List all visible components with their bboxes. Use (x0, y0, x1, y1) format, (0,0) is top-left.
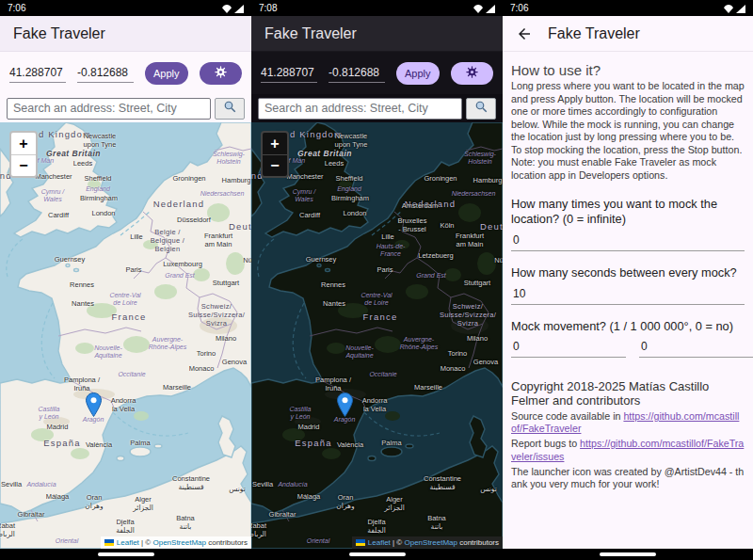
map-zoom-control: + − (9, 131, 38, 178)
search-icon (223, 100, 237, 117)
osm-link[interactable]: OpenStreetMap (152, 538, 205, 547)
navigation-bar (0, 549, 251, 560)
ukraine-flag-icon (356, 539, 365, 546)
status-time: 7:06 (8, 3, 25, 13)
signal-icon (736, 0, 745, 17)
wifi-icon (724, 0, 733, 17)
search-input[interactable] (258, 98, 462, 120)
ukraine-flag-icon (104, 539, 114, 546)
leaflet-link[interactable]: Leaflet (117, 538, 139, 547)
wifi-icon (222, 0, 232, 17)
home-pill[interactable] (349, 552, 406, 556)
app-title: Fake Traveler (548, 25, 640, 42)
gear-icon (465, 65, 479, 81)
location-marker-icon (86, 392, 102, 421)
copyright-text: Copyright 2018-2025 Matías Castillo Felm… (511, 379, 745, 408)
coordinates-toolbar: Apply (0, 52, 251, 94)
screenshot: 7:06 Fake Traveler Apply (0, 0, 753, 560)
home-pill[interactable] (98, 552, 154, 556)
mock-movement-row (511, 334, 745, 358)
search-icon (474, 100, 489, 117)
mock-movement-lng-input[interactable] (639, 334, 753, 358)
status-time: 7:08 (259, 3, 277, 13)
location-marker-icon (337, 392, 353, 421)
zoom-in-button[interactable]: + (263, 133, 287, 154)
screen-map-dark: 7:08 Fake Traveler Apply (251, 0, 503, 560)
status-bar: 7:06 (503, 0, 753, 16)
mock-interval-label: How many seconds between every mock? (511, 265, 745, 281)
apply-button[interactable]: Apply (145, 62, 188, 85)
map-attribution: Leaflet | © OpenStreetMap contributors (352, 536, 503, 549)
app-title: Fake Traveler (13, 25, 105, 42)
apply-button[interactable]: Apply (396, 62, 440, 85)
longitude-input[interactable] (328, 64, 385, 83)
latitude-input[interactable] (9, 64, 66, 83)
search-bar (251, 94, 503, 122)
coordinates-toolbar: Apply (251, 52, 503, 94)
mock-movement-lat-input[interactable] (511, 334, 626, 358)
app-bar: Fake Traveler (503, 16, 753, 52)
app-title: Fake Traveler (264, 25, 357, 42)
signal-icon (234, 0, 244, 17)
icon-credit-text: The launcher icon was created by @Artist… (511, 466, 745, 491)
longitude-input[interactable] (77, 64, 134, 83)
screen-about: 7:06 Fake Traveler How to use it? Long p… (503, 0, 753, 560)
navigation-bar (251, 549, 503, 560)
zoom-in-button[interactable]: + (11, 133, 36, 154)
map-dark[interactable]: + − United KingdomIrelandNederlandFrance… (251, 122, 503, 549)
wifi-icon (473, 0, 483, 17)
leaflet-link[interactable]: Leaflet (368, 538, 391, 547)
how-to-title: How to use it? (511, 62, 745, 78)
report-bugs-line: Report bugs to https://github.com/mcasti… (511, 438, 745, 463)
map-zoom-control: + − (261, 131, 289, 178)
osm-link[interactable]: OpenStreetMap (404, 538, 457, 547)
mock-times-label: How many times you want to mock the loca… (511, 197, 745, 228)
zoom-out-button[interactable]: − (263, 154, 287, 176)
app-bar: Fake Traveler (0, 16, 251, 52)
mock-times-input[interactable] (511, 228, 745, 251)
latitude-input[interactable] (261, 64, 317, 83)
screen-map-light: 7:06 Fake Traveler Apply (0, 0, 251, 560)
how-to-body: Long press where you want to be located … (511, 80, 745, 183)
status-bar: 7:08 (251, 0, 503, 16)
app-bar: Fake Traveler (251, 16, 503, 52)
status-bar: 7:06 (0, 0, 251, 16)
search-input[interactable] (7, 98, 211, 120)
search-button[interactable] (466, 98, 496, 120)
zoom-out-button[interactable]: − (11, 154, 36, 176)
back-button[interactable] (516, 25, 533, 42)
mock-movement-label: Mock movement? (1 / 1 000 000°, 0 = no) (511, 319, 745, 335)
source-code-line: Source code available in https://github.… (511, 410, 745, 436)
home-pill[interactable] (600, 552, 656, 556)
about-content: How to use it? Long press where you want… (503, 52, 753, 549)
map-light[interactable]: + − United KingdomIrelandNederlandFrance… (0, 122, 251, 549)
map-attribution: Leaflet | © OpenStreetMap contributors (101, 536, 251, 549)
signal-icon (486, 0, 495, 17)
search-bar (0, 94, 251, 122)
search-button[interactable] (215, 98, 245, 120)
settings-button[interactable] (200, 62, 243, 85)
navigation-bar (503, 549, 753, 560)
settings-button[interactable] (451, 62, 494, 85)
gear-icon (214, 65, 228, 81)
status-time: 7:06 (510, 3, 528, 13)
mock-interval-input[interactable] (511, 281, 745, 305)
